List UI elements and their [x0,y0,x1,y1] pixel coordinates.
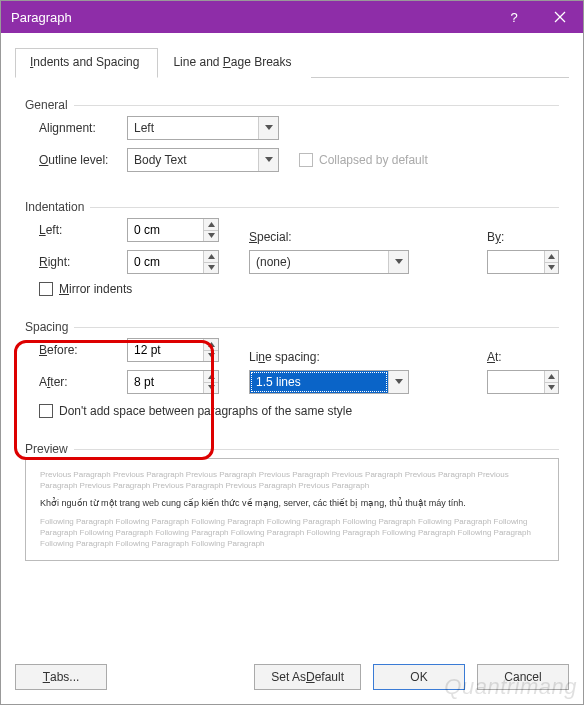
spin-up-icon[interactable] [204,251,218,262]
line-spacing-label: Line spacing: [249,350,463,364]
checkbox-icon [39,404,53,418]
before-spin[interactable] [127,338,219,362]
tab-bar: Indents and Spacing Line and Page Breaks [15,47,569,78]
line-spacing-select[interactable]: 1.5 lines [249,370,409,394]
preview-sample-text: Khởi nguồn từ một trang web cung cấp kiế… [40,497,544,510]
left-label: Left: [39,223,119,237]
chevron-down-icon [388,251,408,273]
preview-group: Preview Previous Paragraph Previous Para… [25,442,559,561]
spacing-legend: Spacing [25,320,74,334]
right-label: Right: [39,255,119,269]
after-label: After: [39,375,119,389]
spin-up-icon[interactable] [204,371,218,382]
after-spin[interactable] [127,370,219,394]
tab-indents-spacing[interactable]: Indents and Spacing [15,48,158,78]
no-space-checkbox[interactable]: Don't add space between paragraphs of th… [39,404,559,418]
alignment-select[interactable]: Left [127,116,279,140]
tab-line-page-breaks[interactable]: Line and Page Breaks [158,48,310,78]
by-spin[interactable] [487,250,559,274]
chevron-down-icon [388,371,408,393]
at-label: At: [487,350,559,364]
preview-legend: Preview [25,442,74,456]
outline-label: Outline level: [39,153,127,167]
chevron-down-icon [258,117,278,139]
chevron-down-icon [258,149,278,171]
set-as-default-button[interactable]: Set As Default [254,664,361,690]
tabs-button[interactable]: Tabs... [15,664,107,690]
alignment-label: Alignment: [39,121,127,135]
at-spin[interactable] [487,370,559,394]
indentation-legend: Indentation [25,200,90,214]
paragraph-dialog: Paragraph ? Indents and Spacing Line and… [0,0,584,705]
by-label: By: [487,230,559,244]
close-button[interactable] [537,1,583,33]
spin-up-icon[interactable] [204,339,218,350]
collapsed-checkbox: Collapsed by default [299,153,428,167]
spin-down-icon[interactable] [204,350,218,362]
special-select[interactable]: (none) [249,250,409,274]
ok-button[interactable]: OK [373,664,465,690]
spin-up-icon[interactable] [204,219,218,230]
outline-select[interactable]: Body Text [127,148,279,172]
preview-next-text: Following Paragraph Following Paragraph … [40,516,544,550]
dialog-footer: Tabs... Set As Default OK Cancel [1,654,583,704]
special-label: Special: [249,230,463,244]
close-icon [554,11,566,23]
spin-down-icon[interactable] [545,382,558,394]
left-spin[interactable] [127,218,219,242]
spin-down-icon[interactable] [204,382,218,394]
right-spin[interactable] [127,250,219,274]
spin-down-icon[interactable] [545,262,558,274]
window-title: Paragraph [11,10,491,25]
dialog-content: Indents and Spacing Line and Page Breaks… [1,33,583,654]
checkbox-icon [299,153,313,167]
spin-down-icon[interactable] [204,262,218,274]
spin-up-icon[interactable] [545,251,558,262]
preview-prev-text: Previous Paragraph Previous Paragraph Pr… [40,469,544,491]
checkbox-icon [39,282,53,296]
cancel-button[interactable]: Cancel [477,664,569,690]
before-label: Before: [39,343,119,357]
spin-up-icon[interactable] [545,371,558,382]
spin-down-icon[interactable] [204,230,218,242]
general-legend: General [25,98,74,112]
spacing-group: Spacing Before: After: [25,320,559,422]
preview-box: Previous Paragraph Previous Paragraph Pr… [25,458,559,561]
indentation-group: Indentation Left: Right: [25,200,559,300]
help-button[interactable]: ? [491,1,537,33]
general-group: General Alignment: Left Outline level: B… [25,98,559,184]
titlebar: Paragraph ? [1,1,583,33]
mirror-indents-checkbox[interactable]: Mirror indents [39,282,559,296]
